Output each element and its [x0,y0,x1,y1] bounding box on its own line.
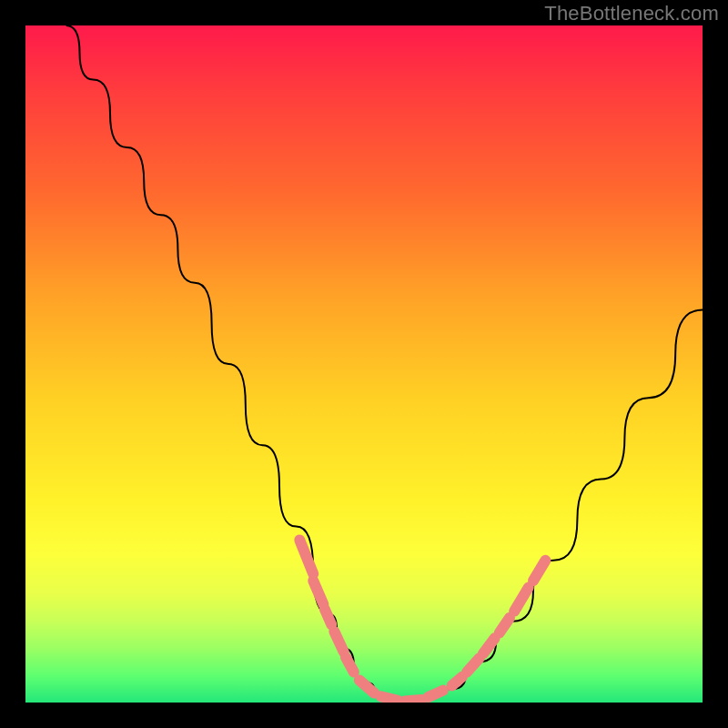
highlight-segment [325,609,332,624]
highlight-segment [334,632,343,652]
highlight-segment [405,700,422,702]
highlight-segment [429,691,443,697]
highlight-segment [452,677,462,686]
highlight-segment [359,680,374,693]
bottleneck-curve [66,25,703,703]
plot-area [25,25,703,703]
highlight-segment [533,561,545,581]
highlight-segment [381,696,399,701]
highlight-segment [514,588,529,612]
highlight-segment [467,659,479,672]
chart-svg [25,25,703,703]
highlight-segment [483,638,495,653]
highlight-segment [313,581,323,604]
watermark-text: TheBottleneck.com [544,2,719,25]
highlight-segment [346,657,354,672]
highlight-segment [500,618,510,632]
outer-frame: TheBottleneck.com [0,0,728,728]
